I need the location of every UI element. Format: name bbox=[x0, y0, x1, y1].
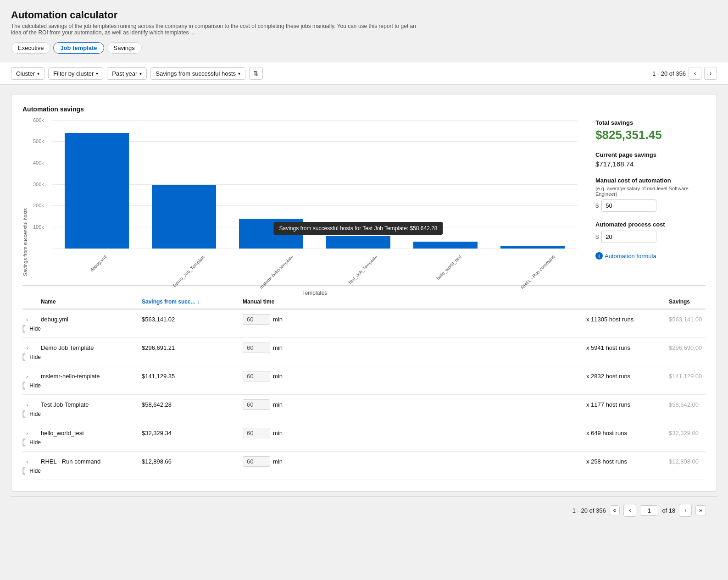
automation-formula-link[interactable]: i Automation formula bbox=[595, 252, 706, 260]
sort-button[interactable]: ⇅ bbox=[249, 67, 263, 80]
main-card: Automation savings Savings from successf… bbox=[11, 94, 717, 492]
table-row: › RHEL - Run command $12,898.66 min x 25… bbox=[22, 452, 706, 480]
filter-by-cluster-dropdown[interactable]: Filter by cluster ▾ bbox=[48, 67, 103, 80]
row-5-host-runs: x 649 host runs bbox=[586, 430, 669, 436]
automated-cost-input[interactable] bbox=[601, 231, 656, 243]
row-2-savings: $296,690.00 bbox=[669, 344, 706, 351]
expand-row-5[interactable]: › bbox=[22, 429, 32, 438]
row-2-time-input[interactable] bbox=[243, 342, 270, 353]
row-3-toggle[interactable] bbox=[22, 381, 26, 390]
savings-dropdown[interactable]: Savings from successful hosts ▾ bbox=[150, 67, 245, 80]
row-5-name: hello_world_test bbox=[41, 430, 142, 436]
bar-item-2[interactable] bbox=[144, 185, 224, 249]
current-page-savings-label: Current page savings bbox=[595, 151, 706, 158]
row-1-hide-button[interactable]: Hide bbox=[29, 326, 41, 332]
table-header: Name Savings from succ... ↓ Manual time … bbox=[22, 295, 706, 309]
row-6-toggle[interactable] bbox=[22, 467, 26, 475]
row-1-time-input[interactable] bbox=[243, 314, 270, 325]
manual-cost-dollar-sign: $ bbox=[595, 202, 599, 209]
tab-executive[interactable]: Executive bbox=[11, 42, 50, 54]
table-area: Name Savings from succ... ↓ Manual time … bbox=[22, 295, 706, 480]
row-2-manual-time-cell: min bbox=[243, 342, 586, 353]
bar-item-1[interactable] bbox=[57, 133, 137, 249]
info-icon: i bbox=[595, 252, 603, 260]
row-1-toggle[interactable] bbox=[22, 325, 26, 333]
row-2-toggle[interactable] bbox=[22, 353, 26, 361]
row-5-toggle[interactable] bbox=[22, 438, 26, 447]
tab-savings[interactable]: Savings bbox=[107, 42, 142, 54]
bar-hello[interactable] bbox=[413, 242, 477, 249]
col-header-name: Name bbox=[41, 298, 142, 305]
bottom-pagination: 1 - 20 of 356 « ‹ of 18 › » bbox=[11, 496, 717, 524]
cluster-dropdown[interactable]: Cluster ▾ bbox=[11, 67, 44, 80]
bottom-pagination-range: 1 - 20 of 356 bbox=[572, 507, 606, 514]
current-page-savings-value: $717,168.74 bbox=[595, 160, 706, 168]
next-page-bottom-button[interactable]: › bbox=[679, 504, 692, 517]
row-2-name: Demo Job Template bbox=[41, 344, 142, 351]
expand-row-3[interactable]: › bbox=[22, 372, 32, 381]
row-5-time-input[interactable] bbox=[243, 428, 270, 438]
cluster-caret-icon: ▾ bbox=[37, 71, 39, 76]
row-6-savings: $12,898.00 bbox=[669, 458, 706, 465]
section-divider bbox=[22, 285, 706, 286]
row-5-toggle-wrap: Hide bbox=[22, 438, 41, 447]
bar-item-5[interactable] bbox=[406, 242, 485, 249]
bar-test[interactable] bbox=[326, 236, 390, 249]
chart-area: Automation savings Savings from successf… bbox=[22, 105, 577, 276]
col-header-savings-succ[interactable]: Savings from succ... ↓ bbox=[142, 298, 243, 305]
pagination-info: 1 - 20 of 356 bbox=[652, 70, 686, 77]
row-4-time-input[interactable] bbox=[243, 399, 270, 410]
page-number-input[interactable] bbox=[640, 505, 658, 516]
automated-cost-label: Automated process cost bbox=[595, 221, 706, 228]
next-page-button[interactable]: › bbox=[704, 67, 717, 80]
savings-caret-icon: ▾ bbox=[238, 71, 240, 76]
row-3-time-input[interactable] bbox=[243, 371, 270, 381]
row-4-hide-button[interactable]: Hide bbox=[29, 411, 41, 417]
manual-cost-input[interactable] bbox=[601, 199, 656, 212]
row-4-toggle[interactable] bbox=[22, 410, 26, 418]
row-1-manual-time-cell: min bbox=[243, 314, 586, 325]
row-1-toggle-wrap: Hide bbox=[22, 325, 41, 333]
bar-item-6[interactable] bbox=[493, 246, 572, 249]
row-3-savings-succ: $141,129.35 bbox=[142, 373, 243, 380]
prev-page-button[interactable]: ‹ bbox=[689, 67, 701, 80]
row-2-hide-button[interactable]: Hide bbox=[29, 354, 41, 360]
period-dropdown[interactable]: Past year ▾ bbox=[107, 67, 147, 80]
table-row: › Demo Job Template $296,691.21 min x 59… bbox=[22, 338, 706, 366]
row-6-time-input[interactable] bbox=[243, 456, 270, 467]
x-axis-title: Templates bbox=[52, 290, 577, 296]
row-1-savings-succ: $563,141.02 bbox=[142, 316, 243, 323]
x-label-2: Demo_Job_Template bbox=[172, 254, 206, 288]
row-6-min-label: min bbox=[273, 458, 283, 465]
row-6-hide-button[interactable]: Hide bbox=[29, 468, 41, 474]
page-title: Automation calculator bbox=[11, 9, 717, 21]
expand-row-1[interactable]: › bbox=[22, 315, 32, 324]
expand-row-6[interactable]: › bbox=[22, 457, 32, 466]
last-page-button[interactable]: » bbox=[695, 505, 706, 515]
row-3-hide-button[interactable]: Hide bbox=[29, 382, 41, 389]
row-1-name: debug.yml bbox=[41, 316, 142, 323]
row-5-hide-button[interactable]: Hide bbox=[29, 439, 41, 446]
row-3-savings: $141,129.00 bbox=[669, 373, 706, 380]
row-6-name: RHEL - Run command bbox=[41, 458, 142, 465]
bar-debug[interactable] bbox=[65, 133, 128, 249]
row-3-min-label: min bbox=[273, 373, 283, 380]
bar-rhel[interactable] bbox=[500, 246, 564, 249]
tab-job-template[interactable]: Job template bbox=[53, 42, 104, 54]
automated-cost-input-row: $ bbox=[595, 231, 706, 243]
bar-item-4[interactable]: Savings from successful hosts for Test J… bbox=[318, 236, 398, 249]
bars-container: Savings from successful hosts for Test J… bbox=[52, 120, 577, 249]
expand-row-4[interactable]: › bbox=[22, 400, 32, 409]
bar-demo[interactable] bbox=[152, 185, 216, 249]
tab-bar: Executive Job template Savings bbox=[11, 42, 717, 54]
prev-page-bottom-button[interactable]: ‹ bbox=[623, 504, 636, 517]
row-4-savings-succ: $58,642.28 bbox=[142, 401, 243, 408]
expand-row-2[interactable]: › bbox=[22, 343, 32, 353]
total-savings-value: $825,351.45 bbox=[595, 128, 706, 142]
x-label-4: Test_Job_Template bbox=[347, 254, 378, 286]
row-6-toggle-wrap: Hide bbox=[22, 467, 41, 475]
period-caret-icon: ▾ bbox=[139, 71, 142, 76]
first-page-button[interactable]: « bbox=[610, 505, 620, 515]
row-5-manual-time-cell: min bbox=[243, 428, 586, 438]
col-header-savings: Savings bbox=[669, 298, 706, 305]
